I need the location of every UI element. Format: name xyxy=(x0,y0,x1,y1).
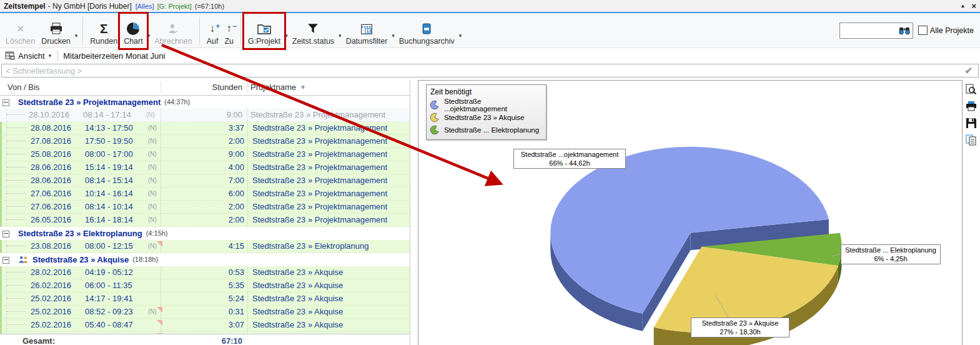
zu-button[interactable]: ↑− Zu xyxy=(221,14,237,47)
column-projektname[interactable]: Projektname xyxy=(250,80,296,95)
datumsfilter-dropdown-icon[interactable]: ▾ xyxy=(392,22,395,39)
row-time: 05:40 - 08:47 xyxy=(85,319,133,331)
table-row[interactable]: 25.02.2016 14:17 - 19:41 5:24 Stedtstraß… xyxy=(0,292,410,306)
buchungsarchiv-button[interactable]: Buchungsarchiv xyxy=(396,14,458,47)
quick-entry-input[interactable] xyxy=(1,64,979,78)
runden-button[interactable]: Σ Runden xyxy=(87,14,121,47)
table-row[interactable]: 28.02.2016 04:19 - 05:12 0:53 Stedtstraß… xyxy=(0,266,410,279)
gprojekt-dropdown-icon[interactable]: ▾ xyxy=(285,22,288,39)
legend-label: Stedtstraße 23 » Akquise xyxy=(444,114,525,121)
group-total: (44:37h) xyxy=(164,96,190,109)
row-time: 08:14 - 15:14 xyxy=(85,174,133,187)
table-row[interactable]: 28.08.2016 14:13 - 17:50 (N) 3:37 Stedts… xyxy=(0,122,410,135)
datumsfilter-button[interactable]: 12 Datumsfilter xyxy=(343,14,391,47)
toolbar-separator xyxy=(199,17,200,44)
main-toolbar: × Löschen Drucken ▾ Σ Runden Chart ▾ + xyxy=(0,13,980,48)
abrechnen-label: Abrechnen xyxy=(154,37,192,46)
buchungsarchiv-dropdown-icon[interactable]: ▾ xyxy=(459,22,462,39)
row-time: 14:17 - 19:41 xyxy=(85,292,133,305)
table-row[interactable]: 25.02.2016 08:52 - 09:23 (N) 0:31 Stedts… xyxy=(0,306,410,319)
table-row[interactable]: 28.06.2016 15:14 - 19:14 (N) 4:00 Stedts… xyxy=(0,161,410,174)
collapse-toggle-icon[interactable] xyxy=(2,231,9,238)
clock-in-icon: ↓+ xyxy=(210,23,215,34)
collapse-toggle-icon[interactable] xyxy=(2,257,9,264)
row-date: 25.02.2016 xyxy=(31,292,71,305)
legend-label: Stedtstraße ... Elektroplanung xyxy=(444,126,539,134)
row-hours: 9:00 xyxy=(189,148,244,161)
chart-panel: Zeit benötigt Stedtstraße ...ojektmanage… xyxy=(418,80,963,345)
callout-value: 66% - 44,62h xyxy=(516,159,623,168)
table-row[interactable]: 28.10.2016 08:14 - 17:14 (N) 9:00 Stedts… xyxy=(0,109,410,122)
legend-item: Stedtstraße 23 » Akquise xyxy=(430,111,542,124)
row-date: 28.02.2016 xyxy=(31,266,71,279)
row-time: 08:00 - 17:00 xyxy=(85,148,133,161)
auf-button[interactable]: ↓+ Auf xyxy=(204,14,222,47)
preview-icon[interactable] xyxy=(966,84,977,95)
table-row[interactable]: 28.06.2016 08:14 - 15:14 (N) 7:00 Stedts… xyxy=(0,174,410,188)
toolbar-separator xyxy=(82,17,83,44)
close-icon[interactable]: × xyxy=(971,1,976,11)
table-row[interactable]: 27.06.2016 08:14 - 10:14 (N) 2:00 Stedts… xyxy=(0,201,410,214)
legend-swatch xyxy=(430,112,440,122)
row-project: Stedtstraße 23 » Projektmanagement xyxy=(252,161,408,174)
zeitststatus-dropdown-icon[interactable]: ▾ xyxy=(339,22,342,39)
column-von-bis[interactable]: Von / Bis xyxy=(7,80,39,95)
night-marker: (N) xyxy=(148,174,157,187)
note-corner-icon xyxy=(157,320,162,326)
night-marker: (N) xyxy=(148,306,157,318)
ansicht-dropdown-icon[interactable]: ▾ xyxy=(49,52,52,59)
row-project: Stedtstraße 23 » Projektmanagement xyxy=(252,148,408,161)
chart-button[interactable]: Chart xyxy=(121,14,146,47)
table-row[interactable]: 26.02.2016 06:00 - 11:35 5:35 Stedtstraß… xyxy=(0,279,410,292)
gprojekt-button[interactable]: G:Projekt xyxy=(245,14,284,47)
view-grid-icon xyxy=(5,51,15,60)
note-corner-icon xyxy=(157,241,162,247)
app-title: Zeitstempel xyxy=(4,2,46,11)
alle-projekte-checkbox[interactable]: Alle Projekte xyxy=(918,26,974,35)
group-row[interactable]: Stedtstraße 23 » Elektroplanung (4:15h) xyxy=(0,227,410,240)
search-box[interactable] xyxy=(839,22,913,39)
table-row[interactable]: 27.06.2016 10:14 - 16:14 (N) 6:00 Stedts… xyxy=(0,188,410,201)
collapse-icon[interactable]: ▲ xyxy=(960,3,965,9)
row-date: 25.02.2016 xyxy=(31,319,71,331)
chart-dropdown-icon[interactable]: ▾ xyxy=(147,22,151,39)
search-input[interactable] xyxy=(846,26,898,36)
quick-entry-row: ✔ xyxy=(0,63,980,80)
group-label: Stedtstraße 23 » Elektroplanung xyxy=(18,227,142,240)
row-project: Stedtstraße 23 » Projektmanagement xyxy=(252,201,408,213)
ansicht-button[interactable]: Ansicht xyxy=(18,51,45,61)
save-icon[interactable] xyxy=(966,118,977,129)
copy-icon[interactable] xyxy=(966,134,977,146)
print-icon[interactable] xyxy=(966,101,977,112)
group-label: Stedtstraße 23 » Akquise xyxy=(32,253,129,266)
runden-label: Runden xyxy=(90,37,117,46)
table-row[interactable]: 26.05.2016 16:14 - 18:14 (N) 2:00 Stedts… xyxy=(0,214,410,227)
group-total: (4:15h) xyxy=(146,227,168,240)
row-time: 04:19 - 05:12 xyxy=(85,266,133,279)
filter-icon xyxy=(307,23,319,34)
drucken-label: Drucken xyxy=(41,37,71,46)
confirm-check-icon[interactable]: ✔ xyxy=(964,65,973,76)
project-folder-icon xyxy=(257,23,271,34)
row-project: Stedtstraße 23 » Projektmanagement xyxy=(252,122,408,134)
column-stunden[interactable]: Stunden xyxy=(187,80,242,95)
calendar-icon: 12 xyxy=(360,22,373,35)
callout-elektroplanung: Stedtstraße ... Elektroplanung 6% - 4,25… xyxy=(841,244,941,264)
group-row[interactable]: Stedtstraße 23 » Akquise (18:18h) xyxy=(0,253,410,266)
drucken-dropdown-icon[interactable]: ▾ xyxy=(75,22,78,39)
group-row[interactable]: Stedtstraße 23 » Projektmanagement (44:3… xyxy=(0,96,410,109)
collapse-toggle-icon[interactable] xyxy=(2,99,9,106)
table-row[interactable]: 25.02.2016 05:40 - 08:47 3:07 Stedtstraß… xyxy=(0,319,410,332)
sort-descending-icon[interactable]: ▼ xyxy=(300,80,306,95)
checkbox-icon[interactable] xyxy=(918,26,928,35)
row-time: 08:14 - 10:14 xyxy=(85,201,133,213)
gesamt-label: Gesamt: xyxy=(22,334,55,345)
row-hours: 6:00 xyxy=(189,188,244,200)
table-row[interactable]: 23.08.2016 08:00 - 12:15 (N) 4:15 Stedts… xyxy=(0,240,410,253)
zeitststatus-button[interactable]: Zeitst.status xyxy=(289,14,337,47)
archive-icon xyxy=(422,22,431,35)
night-marker: (N) xyxy=(148,161,157,174)
drucken-button[interactable]: Drucken xyxy=(38,14,74,47)
table-row[interactable]: 25.08.2016 08:00 - 17:00 (N) 9:00 Stedts… xyxy=(0,148,410,161)
table-row[interactable]: 27.08.2016 17:50 - 19:50 (N) 2:00 Stedts… xyxy=(0,135,410,148)
